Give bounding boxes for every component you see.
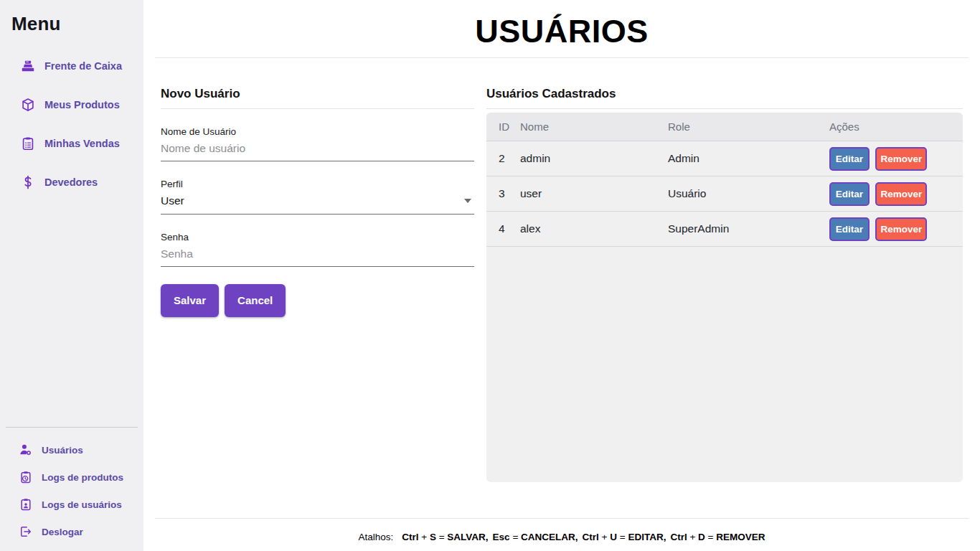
table-header-row: ID Nome Role Ações — [486, 113, 963, 141]
dollar-icon — [20, 174, 36, 190]
table-row: 3 user Usuário Editar Remover — [486, 176, 963, 212]
column-header-id: ID — [486, 113, 520, 141]
sidebar-item-label: Deslogar — [42, 527, 83, 537]
save-button[interactable]: Salvar — [161, 284, 219, 317]
sidebar-title: Menu — [0, 0, 143, 35]
chevron-down-icon — [464, 199, 471, 203]
sidebar-item-label: Logs de produtos — [42, 472, 123, 483]
new-user-divider — [161, 108, 474, 109]
sidebar-item-logs-de-usuarios[interactable]: Logs de usuários — [0, 491, 143, 518]
cell-actions: Editar Remover — [816, 176, 963, 212]
sidebar-item-label: Usuários — [42, 445, 83, 456]
sidebar-item-meus-produtos[interactable]: Meus Produtos — [0, 85, 143, 124]
username-input[interactable] — [161, 137, 474, 161]
profile-select-value: User — [161, 194, 184, 207]
cell-nome: user — [520, 176, 668, 212]
registered-users-divider — [486, 108, 963, 109]
sidebar-item-label: Meus Produtos — [44, 99, 120, 110]
cell-id: 4 — [486, 212, 520, 247]
sidebar-item-devedores[interactable]: Devedores — [0, 163, 143, 202]
username-label: Nome de Usuário — [161, 126, 474, 137]
table-row: 2 admin Admin Editar Remover — [486, 141, 963, 176]
shortcuts-text: Atalhos:Ctrl + S = SALVAR,Esc = CANCELAR… — [143, 519, 980, 542]
cell-id: 2 — [486, 141, 520, 176]
cell-actions: Editar Remover — [816, 141, 963, 176]
users-table: ID Nome Role Ações 2 admin Admin — [486, 113, 963, 248]
remove-button[interactable]: Remover — [875, 182, 927, 206]
footer: Atalhos:Ctrl + S = SALVAR,Esc = CANCELAR… — [143, 518, 980, 551]
shortcut-edit: Ctrl + U = EDITAR, — [583, 532, 666, 542]
app-window: Menu Frente de Caixa — [0, 0, 980, 551]
column-header-nome: Nome — [520, 113, 668, 141]
clipboard-list-icon — [20, 136, 36, 151]
password-input[interactable] — [161, 242, 474, 267]
sidebar-item-label: Logs de usuários — [42, 499, 122, 510]
shortcuts-label: Atalhos: — [358, 532, 393, 542]
sidebar-item-label: Devedores — [44, 176, 98, 188]
cash-register-icon — [20, 58, 36, 74]
registered-users-title: Usuários Cadastrados — [486, 87, 963, 101]
sidebar-divider — [6, 427, 138, 428]
cell-nome: alex — [520, 212, 668, 247]
edit-button[interactable]: Editar — [829, 147, 870, 171]
new-user-title: Novo Usuário — [161, 87, 474, 101]
sidebar-item-usuarios[interactable]: Usuários — [0, 436, 143, 463]
profile-label: Perfil — [161, 179, 474, 189]
registered-users-panel: Usuários Cadastrados ID Nome Role Ações — [486, 87, 963, 518]
sidebar-item-logs-de-produtos[interactable]: Logs de produtos — [0, 463, 143, 491]
page-title: USUÁRIOS — [143, 0, 980, 54]
shortcut-remove: Ctrl + D = REMOVER — [670, 532, 765, 542]
sidebar-item-frente-de-caixa[interactable]: Frente de Caixa — [0, 47, 143, 85]
sidebar-bottom-nav: Usuários Logs de produtos — [0, 427, 143, 545]
remove-button[interactable]: Remover — [875, 217, 927, 241]
edit-button[interactable]: Editar — [829, 182, 870, 206]
profile-select[interactable]: User — [161, 189, 474, 215]
column-header-role: Role — [668, 113, 816, 141]
cell-id: 3 — [486, 176, 520, 212]
cancel-button[interactable]: Cancel — [225, 284, 286, 317]
column-header-acoes: Ações — [816, 113, 963, 141]
clipboard-user-icon — [19, 497, 33, 512]
logout-icon — [19, 524, 33, 539]
shortcut-save: Ctrl + S = SALVAR, — [402, 532, 488, 542]
table-row: 4 alex SuperAdmin Editar Remover — [486, 212, 963, 247]
content: Novo Usuário Nome de Usuário Perfil User… — [143, 58, 980, 518]
edit-button[interactable]: Editar — [829, 217, 870, 241]
new-user-panel: Novo Usuário Nome de Usuário Perfil User… — [161, 87, 474, 518]
sidebar-item-deslogar[interactable]: Deslogar — [0, 518, 143, 545]
cell-role: Usuário — [668, 176, 816, 212]
cell-role: Admin — [668, 141, 816, 176]
clipboard-clock-icon — [19, 470, 33, 484]
remove-button[interactable]: Remover — [875, 147, 927, 171]
sidebar: Menu Frente de Caixa — [0, 0, 143, 551]
sidebar-item-label: Minhas Vendas — [44, 138, 120, 149]
users-table-container: ID Nome Role Ações 2 admin Admin — [486, 113, 963, 482]
cell-actions: Editar Remover — [816, 212, 963, 247]
sidebar-item-minhas-vendas[interactable]: Minhas Vendas — [0, 124, 143, 163]
password-label: Senha — [161, 232, 474, 242]
user-gear-icon — [19, 443, 33, 457]
main-area: USUÁRIOS Novo Usuário Nome de Usuário Pe… — [143, 0, 980, 551]
cell-nome: admin — [520, 141, 668, 176]
shortcut-cancel: Esc = CANCELAR, — [493, 532, 578, 542]
package-icon — [20, 97, 36, 113]
sidebar-main-nav: Frente de Caixa Meus Produtos — [0, 47, 143, 202]
cell-role: SuperAdmin — [668, 212, 816, 247]
sidebar-item-label: Frente de Caixa — [44, 60, 122, 72]
